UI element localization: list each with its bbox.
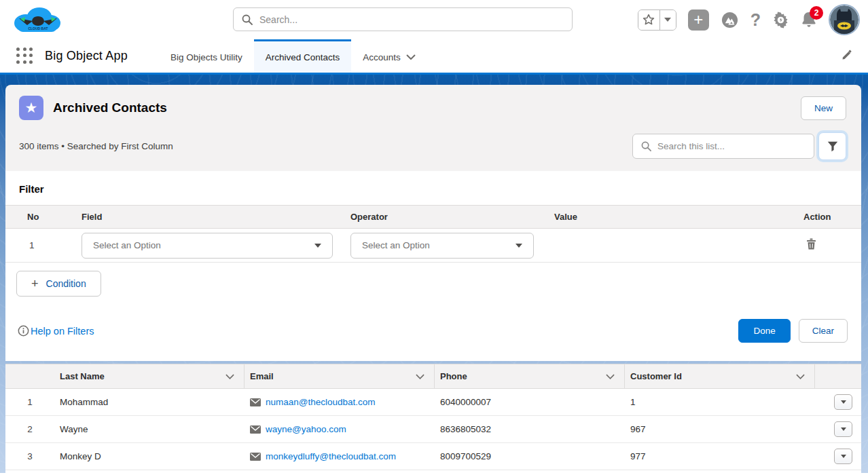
- info-icon: [18, 325, 29, 337]
- setup-gear-icon[interactable]: [772, 12, 789, 28]
- cell-customer-id: 1: [625, 397, 815, 407]
- clear-button[interactable]: Clear: [799, 319, 848, 343]
- cell-last-name: Mohammad: [54, 397, 245, 407]
- select-caret-icon: [314, 244, 321, 248]
- header-utility-icons: + ? 2: [638, 0, 860, 39]
- new-button[interactable]: New: [801, 96, 846, 120]
- filter-row-number: 1: [5, 240, 82, 250]
- select-caret-icon: [516, 244, 522, 248]
- page-title: Archived Contacts: [53, 100, 167, 115]
- company-logo[interactable]: CLOUD BAT: [7, 2, 69, 37]
- filter-col-operator: Operator: [350, 212, 554, 222]
- filter-panel-title: Filter: [5, 183, 861, 195]
- envelope-icon: [250, 398, 261, 406]
- tab-label: Accounts: [363, 52, 401, 62]
- cell-phone: 6040000007: [435, 397, 625, 407]
- row-number: 3: [5, 451, 54, 461]
- chevron-down-icon: [416, 374, 424, 379]
- records-table: Last Name Email Phone Customer Id: [5, 364, 861, 473]
- filter-funnel-button[interactable]: [818, 132, 846, 160]
- add-condition-button[interactable]: + Condition: [16, 271, 101, 297]
- global-search[interactable]: [233, 7, 573, 31]
- edit-nav-pencil-icon[interactable]: [841, 49, 853, 64]
- list-view-header: ★ Archived Contacts New 300 items • Sear…: [5, 85, 861, 171]
- global-search-input[interactable]: [259, 14, 564, 25]
- table-row[interactable]: 2 Wayne wayne@yahoo.com 8636805032 967: [5, 416, 861, 443]
- filter-table-header: No Field Operator Value Action: [5, 205, 861, 229]
- column-header-last-name[interactable]: Last Name: [54, 364, 245, 388]
- cell-phone: 8009700529: [435, 451, 625, 461]
- email-link[interactable]: monkeydluffy@thecloudbat.com: [266, 451, 396, 461]
- filter-col-no: No: [5, 212, 82, 222]
- chevron-down-icon: [606, 374, 615, 379]
- tab-archived-contacts[interactable]: Archived Contacts: [254, 39, 352, 73]
- filter-col-field: Field: [82, 212, 350, 222]
- caret-down-icon: [841, 400, 846, 404]
- row-actions-button[interactable]: [834, 394, 852, 410]
- caret-down-icon: [841, 428, 846, 431]
- add-condition-label: Condition: [46, 278, 86, 289]
- cloud-bat-logo-icon: CLOUD BAT: [7, 2, 69, 37]
- envelope-icon: [250, 453, 261, 461]
- user-avatar[interactable]: [829, 4, 860, 35]
- chevron-down-icon: [406, 54, 416, 60]
- filter-col-value: Value: [554, 212, 803, 222]
- field-select[interactable]: Select an Option: [82, 233, 333, 259]
- filter-col-action: Action: [803, 212, 861, 222]
- row-number: 1: [5, 397, 54, 407]
- envelope-icon: [250, 425, 261, 434]
- notifications-bell-icon[interactable]: 2: [801, 11, 817, 28]
- field-select-value: Select an Option: [93, 240, 314, 250]
- cell-last-name: Wayne: [54, 424, 245, 434]
- nav-tabs: Big Objects Utility Archived Contacts Ac…: [159, 39, 427, 73]
- cell-last-name: Monkey D: [54, 451, 245, 461]
- cell-customer-id: 967: [625, 424, 815, 434]
- column-header-customer-id[interactable]: Customer Id: [625, 364, 815, 388]
- caret-down-icon: [841, 455, 846, 458]
- list-search-input[interactable]: [657, 141, 806, 151]
- delete-filter-trash-icon[interactable]: [803, 238, 816, 250]
- list-search[interactable]: [632, 134, 814, 159]
- funnel-icon: [827, 140, 839, 153]
- app-launcher-icon[interactable]: [16, 48, 34, 65]
- row-number-column-header: [5, 364, 54, 388]
- email-link[interactable]: wayne@yahoo.com: [266, 424, 346, 434]
- svg-text:CLOUD BAT: CLOUD BAT: [28, 26, 48, 31]
- global-header: CLOUD BAT +: [0, 0, 868, 39]
- table-row-partial[interactable]: [5, 470, 861, 473]
- operator-select[interactable]: Select an Option: [350, 233, 534, 259]
- favorites-dropdown-icon[interactable]: [660, 10, 676, 30]
- app-name: Big Object App: [45, 49, 128, 63]
- column-label: Customer Id: [630, 371, 796, 381]
- row-actions-button[interactable]: [834, 421, 852, 437]
- table-row[interactable]: 1 Mohammad numaan@thecloudbat.com 604000…: [5, 389, 861, 416]
- row-number: 2: [5, 424, 54, 434]
- salesforce-app-window: CLOUD BAT +: [0, 0, 868, 475]
- trailhead-icon[interactable]: [721, 11, 739, 29]
- help-icon[interactable]: ?: [751, 10, 761, 30]
- list-meta-text: 300 items • Searched by First Column: [19, 141, 173, 151]
- tab-accounts[interactable]: Accounts: [351, 39, 427, 73]
- favorites-split-button: [638, 10, 676, 31]
- favorites-star-icon[interactable]: [638, 10, 660, 30]
- search-icon: [242, 14, 253, 25]
- object-star-icon: ★: [19, 96, 43, 120]
- filter-panel: Filter No Field Operator Value Action 1 …: [5, 171, 861, 361]
- app-navigation-bar: Big Object App Big Objects Utility Archi…: [0, 39, 868, 75]
- page-background: ★ Archived Contacts New 300 items • Sear…: [0, 75, 868, 473]
- table-row[interactable]: 3 Monkey D monkeydluffy@thecloudbat.com …: [5, 443, 861, 470]
- help-on-filters-link[interactable]: Help on Filters: [18, 325, 94, 337]
- row-actions-button[interactable]: [834, 449, 852, 464]
- column-header-email[interactable]: Email: [245, 364, 435, 388]
- quick-create-icon[interactable]: +: [688, 10, 709, 31]
- filter-row: 1 Select an Option Select an Option: [5, 229, 861, 263]
- done-button[interactable]: Done: [738, 319, 790, 343]
- column-header-phone[interactable]: Phone: [435, 364, 625, 388]
- operator-select-value: Select an Option: [362, 240, 516, 250]
- email-link[interactable]: numaan@thecloudbat.com: [266, 397, 376, 407]
- actions-column-header: [815, 364, 861, 388]
- column-label: Last Name: [60, 371, 225, 381]
- records-table-header: Last Name Email Phone Customer Id: [5, 364, 861, 389]
- column-label: Phone: [440, 371, 606, 381]
- tab-big-objects-utility[interactable]: Big Objects Utility: [159, 39, 254, 73]
